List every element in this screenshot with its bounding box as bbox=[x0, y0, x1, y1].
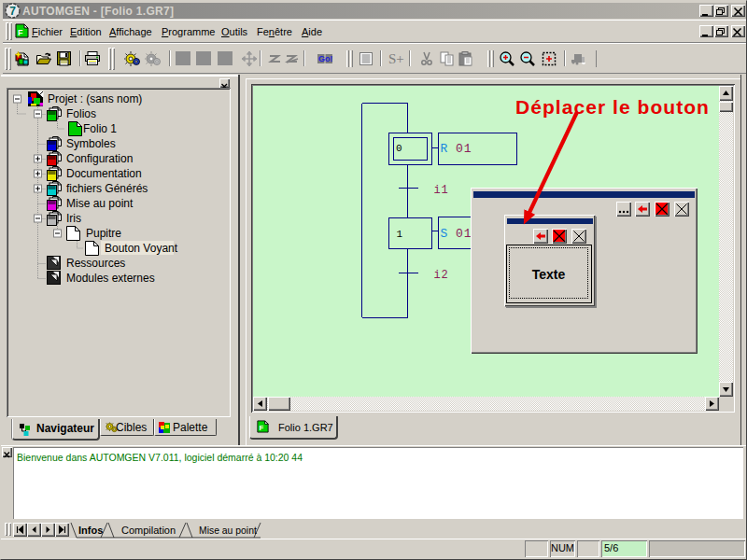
svg-text:i1: i1 bbox=[434, 184, 449, 197]
svg-text:0: 0 bbox=[396, 143, 402, 154]
svg-text:Pupitre: Pupitre bbox=[86, 227, 121, 240]
svg-text:Mise au point: Mise au point bbox=[199, 525, 257, 536]
svg-text:Compilation: Compilation bbox=[121, 525, 176, 536]
svg-text:Ressources: Ressources bbox=[66, 257, 125, 270]
svg-text:Modules externes: Modules externes bbox=[66, 272, 155, 285]
svg-text:Iris: Iris bbox=[66, 212, 81, 225]
svg-text:S: S bbox=[441, 227, 448, 241]
svg-text:1: 1 bbox=[397, 229, 403, 240]
svg-text:Go!: Go! bbox=[318, 54, 333, 63]
svg-text:fichiers Générés: fichiers Générés bbox=[66, 182, 148, 195]
svg-text:Documentation: Documentation bbox=[66, 167, 142, 180]
svg-text:Configuration: Configuration bbox=[66, 152, 133, 165]
svg-text:Bouton Voyant: Bouton Voyant bbox=[105, 242, 178, 255]
svg-text:Infos: Infos bbox=[78, 525, 103, 536]
svg-text:Mise au point: Mise au point bbox=[66, 197, 134, 210]
svg-text:01: 01 bbox=[456, 227, 472, 241]
svg-text:F: F bbox=[260, 424, 264, 432]
svg-text:S+: S+ bbox=[388, 51, 404, 66]
svg-text:Folios: Folios bbox=[66, 107, 96, 120]
svg-text:R: R bbox=[441, 142, 448, 156]
svg-text:Symboles: Symboles bbox=[66, 137, 116, 150]
svg-text:Folio 1: Folio 1 bbox=[83, 122, 117, 135]
svg-text:Projet : (sans nom): Projet : (sans nom) bbox=[48, 92, 142, 105]
svg-text:i2: i2 bbox=[434, 269, 449, 282]
svg-text:7: 7 bbox=[9, 5, 16, 18]
svg-text:01: 01 bbox=[456, 142, 472, 156]
